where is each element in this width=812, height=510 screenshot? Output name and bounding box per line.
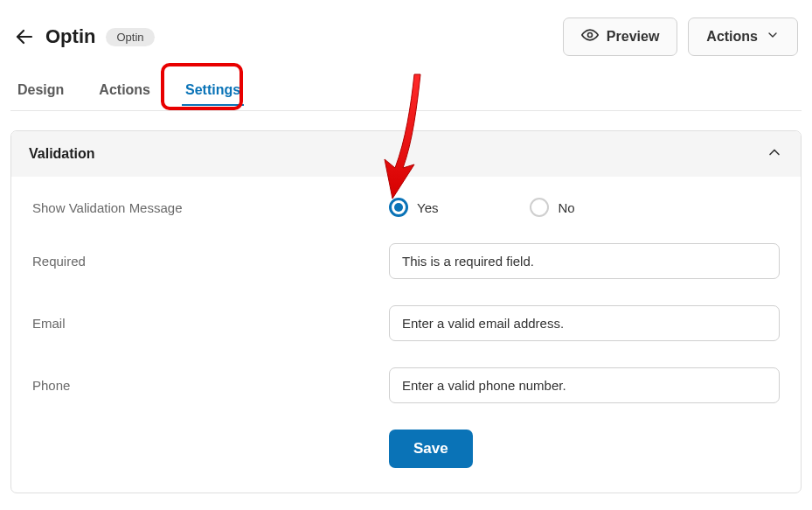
save-button[interactable]: Save [389,430,473,468]
radio-yes[interactable]: Yes [389,198,438,217]
radio-circle-icon [530,198,549,217]
radio-group-show-validation: Yes No [389,198,780,217]
page-title: Optin [45,25,95,48]
tab-actions[interactable]: Actions [94,73,156,110]
radio-no[interactable]: No [530,198,574,217]
tab-settings[interactable]: Settings [180,73,246,110]
eye-icon [581,26,599,47]
row-show-validation: Show Validation Message Yes No [32,198,780,217]
input-phone[interactable] [389,367,780,403]
chevron-down-icon [766,28,780,45]
radio-yes-label: Yes [417,200,438,215]
actions-button[interactable]: Actions [688,17,798,56]
radio-circle-icon [389,198,408,217]
preview-label: Preview [607,29,659,45]
save-row: Save [32,430,780,468]
label-email: Email [32,316,389,331]
back-arrow-icon[interactable] [14,26,35,47]
svg-point-1 [587,33,592,38]
tabs: Design Actions Settings [10,73,802,111]
panel-header[interactable]: Validation [11,131,801,177]
panel-body: Show Validation Message Yes No Required … [11,177,801,493]
radio-no-label: No [558,200,574,215]
panel-title: Validation [29,146,95,162]
input-email[interactable] [389,305,780,341]
label-phone: Phone [32,378,389,393]
actions-label: Actions [706,29,758,45]
preview-button[interactable]: Preview [563,17,677,56]
tabs-container: Design Actions Settings [10,73,802,111]
header-right: Preview Actions [563,17,798,56]
row-required: Required [32,243,780,279]
label-show-validation: Show Validation Message [32,200,389,215]
row-email: Email [32,305,780,341]
page-header: Optin Optin Preview Actions [10,17,802,73]
row-phone: Phone [32,367,780,403]
label-required: Required [32,254,389,269]
validation-panel: Validation Show Validation Message Yes N… [10,130,802,493]
chevron-up-icon [766,143,783,164]
page-tag: Optin [106,28,154,46]
input-required[interactable] [389,243,780,279]
header-left: Optin Optin [14,25,155,48]
tab-design[interactable]: Design [12,73,69,110]
